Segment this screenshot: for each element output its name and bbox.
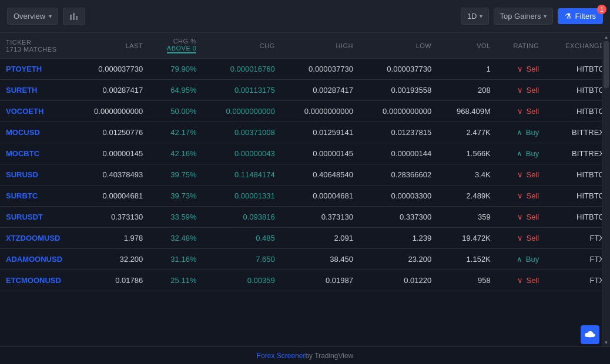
rating-arrow-down-icon: ∨ — [517, 86, 523, 95]
ticker-link[interactable]: MOCUSD — [6, 128, 40, 137]
cell-high: 0.000037730 — [281, 59, 359, 80]
table-row[interactable]: SURUSD 0.40378493 39.75% 0.11484174 0.40… — [0, 164, 610, 186]
cell-high: 2.091 — [281, 228, 359, 249]
cloud-button[interactable] — [581, 325, 599, 344]
cell-last: 0.0000000000 — [71, 101, 149, 122]
cell-exchange: FTX — [545, 249, 610, 270]
ticker-link[interactable]: ADAMOONUSD — [6, 255, 62, 264]
top-gainers-button[interactable]: Top Gainers ▾ — [494, 8, 553, 25]
scrollbar-up-arrow[interactable]: ▲ — [602, 33, 610, 41]
cell-last: 32.200 — [71, 249, 149, 270]
screener-table-container: TICKER 1713 matches LAST CHG % Above 0 C… — [0, 33, 610, 346]
cell-rating: ∨ Sell — [497, 164, 545, 186]
cell-chg-pct: 42.16% — [149, 143, 202, 164]
ticker-link[interactable]: SURUSDT — [6, 213, 43, 221]
ticker-link[interactable]: SURBTC — [6, 191, 38, 200]
rating-arrow-down-icon: ∨ — [517, 234, 523, 242]
col-exchange: EXCHANGE — [545, 33, 610, 59]
cell-high: 0.373130 — [281, 207, 359, 228]
ticker-link[interactable]: XTZDOOMUSD — [6, 234, 60, 242]
table-row[interactable]: SURUSDT 0.373130 33.59% 0.093816 0.37313… — [0, 207, 610, 228]
cell-rating: ∨ Sell — [497, 228, 545, 249]
cell-low: 0.00193558 — [359, 80, 437, 101]
table-row[interactable]: ETCMOONUSD 0.01786 25.11% 0.00359 0.0198… — [0, 270, 610, 291]
table-header: TICKER 1713 matches LAST CHG % Above 0 C… — [0, 33, 610, 59]
cell-ticker: PTOYETH — [0, 59, 71, 80]
table-row[interactable]: SURETH 0.00287417 64.95% 0.00113175 0.00… — [0, 80, 610, 101]
top-gainers-chevron-icon: ▾ — [544, 13, 547, 19]
table-row[interactable]: XTZDOOMUSD 1.978 32.48% 0.485 2.091 1.23… — [0, 228, 610, 249]
cell-low: 0.0000000000 — [359, 101, 437, 122]
ticker-link[interactable]: SURUSD — [6, 170, 38, 179]
table-row[interactable]: PTOYETH 0.000037730 79.90% 0.000016760 0… — [0, 59, 610, 80]
cell-chg-pct: 32.48% — [149, 228, 202, 249]
col-chg: CHG — [202, 33, 280, 59]
chart-icon — [69, 12, 79, 21]
table-row[interactable]: MOCBTC 0.00000145 42.16% 0.00000043 0.00… — [0, 143, 610, 164]
cell-exchange: FTX — [545, 228, 610, 249]
cell-chg: 0.00113175 — [202, 80, 280, 101]
cell-high: 0.0000000000 — [281, 101, 359, 122]
col-low: LOW — [359, 33, 437, 59]
table-row[interactable]: SURBTC 0.00004681 39.73% 0.00001331 0.00… — [0, 186, 610, 207]
cell-last: 0.01786 — [71, 270, 149, 291]
rating-arrow-down-icon: ∨ — [517, 170, 523, 179]
cell-ticker: ADAMOONUSD — [0, 249, 71, 270]
footer-link[interactable]: Forex Screener — [257, 352, 306, 360]
col-last: LAST — [71, 33, 149, 59]
scrollbar-down-arrow[interactable]: ▼ — [602, 338, 610, 346]
cell-vol: 2.489K — [437, 186, 497, 207]
cell-ticker: SURBTC — [0, 186, 71, 207]
cell-low: 0.00000144 — [359, 143, 437, 164]
table-row[interactable]: VOCOETH 0.0000000000 50.00% 0.0000000000… — [0, 101, 610, 122]
scrollbar-thumb[interactable] — [604, 41, 609, 88]
cell-vol: 968.409M — [437, 101, 497, 122]
filters-button[interactable]: ⚗ Filters 1 — [558, 8, 603, 24]
cell-last: 0.000037730 — [71, 59, 149, 80]
overview-chevron-icon: ▾ — [49, 13, 52, 19]
cell-last: 0.01250776 — [71, 122, 149, 143]
scrollbar[interactable]: ▲ ▼ — [602, 33, 610, 346]
ticker-link[interactable]: ETCMOONUSD — [6, 276, 61, 285]
cell-ticker: MOCUSD — [0, 122, 71, 143]
cell-rating: ∨ Sell — [497, 59, 545, 80]
ticker-col-label: TICKER — [6, 39, 31, 46]
cell-chg-pct: 79.90% — [149, 59, 202, 80]
timeframe-button[interactable]: 1D ▾ — [461, 8, 489, 25]
scrollbar-track[interactable] — [602, 41, 610, 338]
cell-ticker: SURUSDT — [0, 207, 71, 228]
ticker-link[interactable]: MOCBTC — [6, 149, 39, 158]
cell-low: 0.28366602 — [359, 164, 437, 186]
col-vol: VOL — [437, 33, 497, 59]
rating-arrow-up-icon: ∧ — [517, 255, 522, 264]
cell-last: 0.00004681 — [71, 186, 149, 207]
cell-low: 23.200 — [359, 249, 437, 270]
overview-label: Overview — [14, 12, 45, 21]
chg-pct-above-label: Above 0 — [167, 45, 197, 53]
table-row[interactable]: ADAMOONUSD 32.200 31.16% 7.650 38.450 23… — [0, 249, 610, 270]
cell-vol: 1 — [437, 59, 497, 80]
ticker-link[interactable]: SURETH — [6, 86, 37, 95]
cell-vol: 208 — [437, 80, 497, 101]
cell-chg-pct: 42.17% — [149, 122, 202, 143]
overview-button[interactable]: Overview ▾ — [7, 8, 58, 25]
cell-low: 0.00003300 — [359, 186, 437, 207]
cell-last: 0.373130 — [71, 207, 149, 228]
cell-chg-pct: 39.75% — [149, 164, 202, 186]
cell-exchange: BITTREX — [545, 143, 610, 164]
col-ticker: TICKER 1713 matches — [0, 33, 71, 59]
cell-chg: 0.093816 — [202, 207, 280, 228]
ticker-link[interactable]: PTOYETH — [6, 65, 42, 73]
cell-exchange: HITBTC — [545, 207, 610, 228]
cell-last: 0.00000145 — [71, 143, 149, 164]
col-high: HIGH — [281, 33, 359, 59]
ticker-link[interactable]: VOCOETH — [6, 107, 43, 116]
cell-rating: ∧ Buy — [497, 143, 545, 164]
cell-vol: 1.566K — [437, 143, 497, 164]
chart-button[interactable] — [63, 8, 85, 25]
cell-vol: 2.477K — [437, 122, 497, 143]
table-row[interactable]: MOCUSD 0.01250776 42.17% 0.00371008 0.01… — [0, 122, 610, 143]
cell-exchange: HITBTC — [545, 59, 610, 80]
svg-rect-0 — [70, 15, 72, 20]
rating-arrow-down-icon: ∨ — [517, 65, 523, 73]
